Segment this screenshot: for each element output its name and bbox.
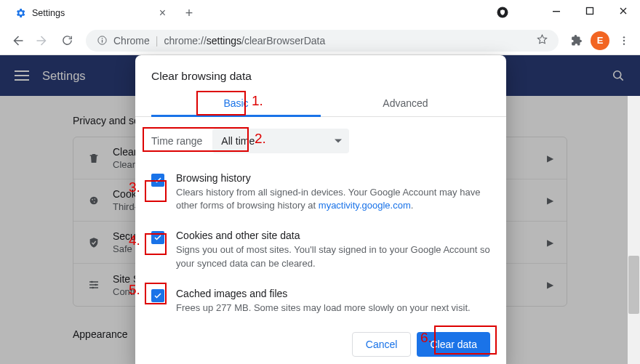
svg-point-15 (95, 284, 97, 286)
close-tab-icon[interactable]: × (159, 7, 166, 20)
hamburger-icon[interactable] (15, 70, 29, 81)
tab-basic[interactable]: Basic (151, 94, 321, 116)
new-tab-button[interactable]: + (179, 3, 199, 23)
trash-icon (87, 153, 101, 164)
omnibox-separator: | (156, 35, 159, 46)
option-cookies: Cookies and other site data Signs you ou… (151, 222, 490, 280)
maximize-button[interactable] (573, 0, 607, 22)
browser-tab[interactable]: Settings × (6, 0, 175, 26)
svg-rect-2 (587, 8, 593, 15)
chevron-right-icon: ▶ (547, 280, 553, 290)
menu-icon[interactable] (614, 31, 634, 51)
svg-point-14 (91, 281, 93, 283)
time-range-row: Time range All time (135, 117, 506, 158)
svg-point-7 (623, 39, 625, 41)
svg-point-10 (90, 196, 98, 204)
address-bar[interactable]: Chrome | chrome://settings/clearBrowserD… (86, 30, 559, 52)
option-title: Cached images and files (176, 288, 471, 299)
clear-data-button[interactable]: Clear data (417, 332, 490, 357)
forward-button[interactable] (31, 29, 54, 52)
settings-title: Settings (42, 69, 86, 83)
minimize-button[interactable] (540, 0, 573, 22)
search-icon[interactable] (611, 68, 625, 83)
checkbox-cache[interactable] (151, 289, 164, 302)
omnibox-host: Chrome (113, 35, 150, 46)
chevron-down-icon (335, 139, 342, 143)
window-controls (540, 0, 640, 22)
svg-point-4 (101, 38, 103, 39)
svg-rect-1 (553, 11, 560, 12)
titlebar: Settings × + (0, 0, 640, 26)
time-range-label: Time range (151, 135, 202, 147)
svg-point-13 (94, 201, 95, 203)
close-window-button[interactable] (607, 0, 640, 22)
cookie-icon (87, 195, 101, 206)
shield-icon (87, 237, 101, 248)
svg-rect-5 (101, 40, 102, 43)
tab-advanced[interactable]: Advanced (321, 94, 490, 116)
dialog-tabs: Basic Advanced (135, 94, 506, 117)
omnibox-path: chrome://settings/clearBrowserData (164, 35, 325, 46)
option-cache: Cached images and files Frees up 277 MB.… (151, 280, 490, 325)
cancel-button[interactable]: Cancel (352, 332, 412, 357)
site-info-icon[interactable] (96, 35, 108, 46)
svg-point-9 (614, 71, 621, 78)
time-range-select[interactable]: All time (212, 129, 349, 153)
profile-guard-icon[interactable] (496, 6, 509, 19)
svg-point-16 (92, 287, 94, 289)
gear-icon (15, 7, 26, 19)
svg-point-12 (95, 198, 95, 199)
checkbox-browsing-history[interactable] (151, 174, 164, 187)
checkbox-cookies[interactable] (151, 231, 164, 244)
option-desc: Clears history from all signed-in device… (176, 186, 490, 212)
toolbar: Chrome | chrome://settings/clearBrowserD… (0, 26, 640, 55)
dialog-title: Clear browsing data (135, 70, 506, 90)
option-title: Cookies and other site data (176, 230, 490, 241)
reload-button[interactable] (55, 29, 79, 52)
svg-point-8 (623, 43, 625, 44)
svg-point-11 (92, 198, 93, 200)
chevron-right-icon: ▶ (547, 238, 553, 248)
tab-title: Settings (32, 8, 153, 18)
chevron-right-icon: ▶ (547, 153, 553, 163)
scrollbar[interactable] (628, 96, 640, 364)
avatar[interactable]: E (591, 31, 609, 50)
svg-point-6 (623, 36, 625, 38)
sliders-icon (87, 279, 101, 291)
bookmark-star-icon[interactable] (536, 33, 548, 48)
option-title: Browsing history (176, 172, 490, 184)
myactivity-link[interactable]: myactivity.google.com (319, 200, 411, 211)
option-desc: Frees up 277 MB. Some sites may load mor… (176, 302, 471, 315)
extensions-icon[interactable] (566, 31, 586, 51)
back-button[interactable] (6, 29, 29, 52)
clear-browsing-data-dialog: Clear browsing data Basic Advanced Time … (135, 55, 506, 364)
option-browsing-history: Browsing history Clears history from all… (151, 165, 490, 222)
option-desc: Signs you out of most sites. You'll stay… (176, 243, 490, 270)
chevron-right-icon: ▶ (547, 195, 553, 206)
